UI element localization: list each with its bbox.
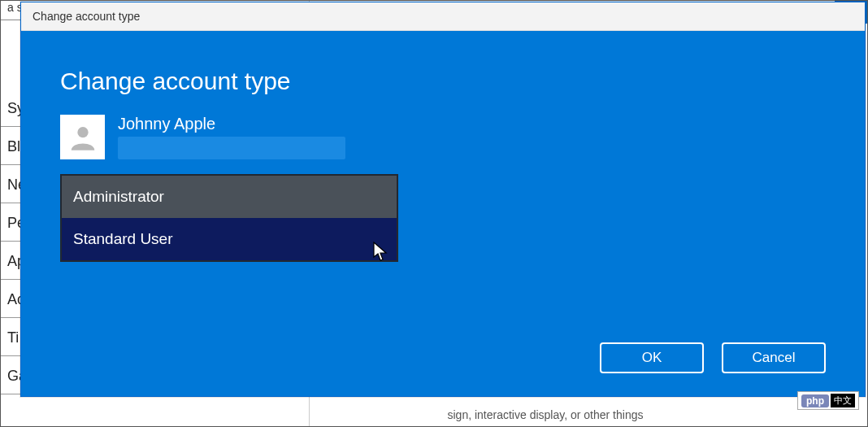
dialog-title-text: Change account type <box>33 10 140 23</box>
dialog-heading: Change account type <box>60 68 826 95</box>
dialog-body: Change account type Johnny Apple Adminis… <box>21 31 865 396</box>
svg-point-0 <box>77 127 88 137</box>
user-info: Johnny Apple <box>118 115 345 159</box>
dialog-button-row: OK Cancel <box>600 342 826 373</box>
option-standard-user[interactable]: Standard User <box>62 218 397 260</box>
change-account-type-dialog: Change account type Change account type … <box>20 2 866 397</box>
avatar <box>60 115 105 159</box>
watermark-cn: 中文 <box>831 394 855 407</box>
account-type-dropdown[interactable]: Administrator Standard User <box>60 174 398 262</box>
user-email-redacted <box>118 137 345 159</box>
dialog-titlebar: Change account type <box>21 2 865 31</box>
option-administrator[interactable]: Administrator <box>62 176 397 218</box>
user-row: Johnny Apple <box>60 115 826 159</box>
person-icon <box>67 122 98 153</box>
watermark: php 中文 <box>797 391 859 410</box>
background-description-text: sign, interactive display, or other thin… <box>391 408 700 421</box>
watermark-php: php <box>801 394 829 407</box>
cancel-button[interactable]: Cancel <box>722 342 826 373</box>
ok-button[interactable]: OK <box>600 342 704 373</box>
user-name: Johnny Apple <box>118 115 345 133</box>
